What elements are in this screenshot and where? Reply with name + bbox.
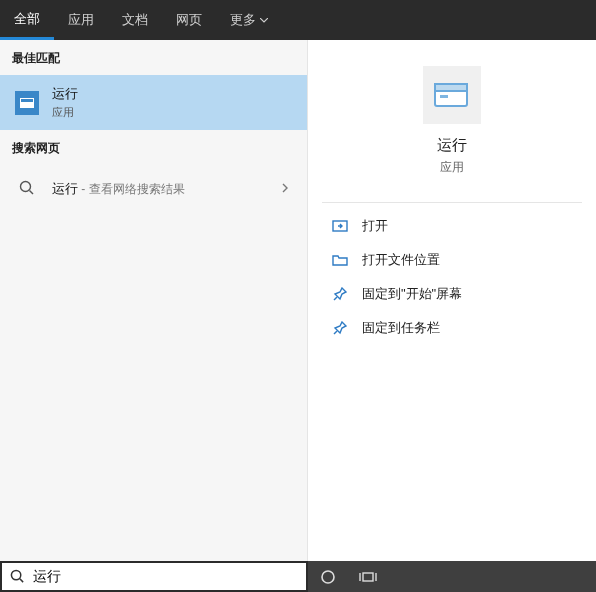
svg-line-3 <box>30 191 34 195</box>
action-label: 打开 <box>362 217 388 235</box>
action-pin-taskbar[interactable]: 固定到任务栏 <box>308 311 596 345</box>
filter-tabs: 全部 应用 文档 网页 更多 <box>0 0 596 40</box>
divider <box>322 202 582 203</box>
web-result-term: 运行 <box>52 181 78 196</box>
svg-rect-5 <box>435 84 467 91</box>
search-input[interactable] <box>33 569 298 585</box>
best-match-header: 最佳匹配 <box>0 40 307 75</box>
result-subtitle: 应用 <box>52 105 293 120</box>
detail-title: 运行 <box>308 136 596 155</box>
result-title: 运行 <box>52 85 293 103</box>
pin-icon <box>330 320 350 336</box>
svg-line-8 <box>334 297 337 300</box>
svg-rect-6 <box>440 95 448 98</box>
chevron-right-icon <box>278 183 293 193</box>
action-open-file-location[interactable]: 打开文件位置 <box>308 243 596 277</box>
svg-rect-13 <box>363 573 373 581</box>
web-search-header: 搜索网页 <box>0 130 307 165</box>
results-pane: 最佳匹配 运行 应用 搜索网页 运行 - 查看网络搜索结果 <box>0 40 308 561</box>
tab-more[interactable]: 更多 <box>216 0 282 40</box>
tab-all[interactable]: 全部 <box>0 0 54 40</box>
action-label: 打开文件位置 <box>362 251 440 269</box>
svg-line-11 <box>20 579 23 582</box>
taskbar <box>0 561 596 592</box>
svg-point-12 <box>322 571 334 583</box>
result-run-app[interactable]: 运行 应用 <box>0 75 307 130</box>
action-pin-start[interactable]: 固定到"开始"屏幕 <box>308 277 596 311</box>
search-icon <box>14 175 40 201</box>
run-app-icon <box>14 90 40 116</box>
detail-pane: 运行 应用 打开 打开文件位置 固定到"开始"屏幕 固定到任务栏 <box>308 40 596 561</box>
tab-documents[interactable]: 文档 <box>108 0 162 40</box>
chevron-down-icon <box>260 18 268 23</box>
tab-web[interactable]: 网页 <box>162 0 216 40</box>
tab-apps[interactable]: 应用 <box>54 0 108 40</box>
detail-subtitle: 应用 <box>308 159 596 176</box>
action-label: 固定到"开始"屏幕 <box>362 285 462 303</box>
folder-icon <box>330 252 350 268</box>
search-box[interactable] <box>0 561 308 592</box>
action-label: 固定到任务栏 <box>362 319 440 337</box>
action-open[interactable]: 打开 <box>308 209 596 243</box>
svg-point-2 <box>21 182 31 192</box>
detail-app-icon <box>423 66 481 124</box>
svg-line-9 <box>334 331 337 334</box>
web-result-suffix: - 查看网络搜索结果 <box>78 182 185 196</box>
cortana-button[interactable] <box>308 561 348 592</box>
svg-rect-1 <box>21 99 33 102</box>
pin-icon <box>330 286 350 302</box>
svg-point-10 <box>11 570 20 579</box>
task-view-button[interactable] <box>348 561 388 592</box>
open-icon <box>330 218 350 234</box>
search-icon <box>10 569 25 584</box>
result-web-search[interactable]: 运行 - 查看网络搜索结果 <box>0 165 307 211</box>
